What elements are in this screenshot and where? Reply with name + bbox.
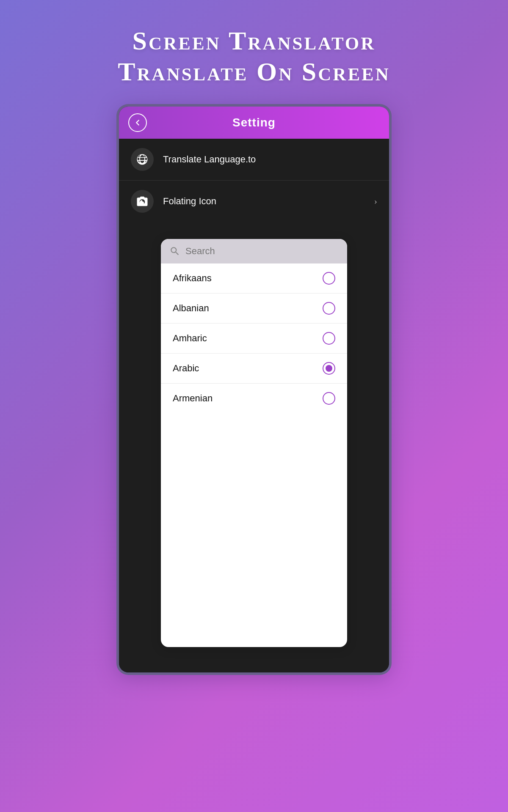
floating-icon-label: Folating Icon (163, 196, 374, 207)
language-name-albanian: Albanian (173, 303, 209, 314)
translate-language-label: Translate Language.to (163, 154, 377, 165)
search-input[interactable] (185, 246, 339, 257)
language-item-afrikaans[interactable]: Afrikaans (161, 263, 347, 294)
camera-icon-wrap (131, 190, 154, 213)
radio-arabic[interactable] (323, 362, 335, 375)
chevron-right-icon: › (374, 196, 377, 207)
setting-item-floating-icon[interactable]: Folating Icon › (119, 181, 389, 222)
language-name-amharic: Amharic (173, 333, 207, 344)
language-name-armenian: Armenian (173, 393, 213, 404)
topbar-title: Setting (232, 116, 276, 129)
search-bar (161, 239, 347, 263)
globe-icon-wrap (131, 148, 154, 171)
setting-item-translate-language[interactable]: Translate Language.to (119, 139, 389, 181)
back-button[interactable] (128, 113, 147, 132)
camera-icon (136, 195, 149, 208)
language-name-afrikaans: Afrikaans (173, 273, 212, 284)
language-item-albanian[interactable]: Albanian (161, 294, 347, 324)
top-bar: Setting (119, 107, 389, 139)
search-icon (169, 246, 180, 257)
app-title-line2: Translate On Screen (118, 56, 390, 87)
dropdown-container: Afrikaans Albanian Amharic Arabic (119, 222, 389, 672)
settings-list: Translate Language.to Folating Icon › (119, 139, 389, 222)
language-name-arabic: Arabic (173, 363, 199, 374)
language-item-amharic[interactable]: Amharic (161, 324, 347, 354)
radio-albanian[interactable] (323, 302, 335, 315)
language-item-armenian[interactable]: Armenian (161, 384, 347, 413)
radio-amharic[interactable] (323, 332, 335, 345)
phone-frame: Setting Translate Language.to Folating I… (116, 104, 392, 675)
radio-afrikaans[interactable] (323, 272, 335, 285)
app-title-line1: Screen Translator (118, 25, 390, 56)
radio-armenian[interactable] (323, 392, 335, 405)
language-list: Afrikaans Albanian Amharic Arabic (161, 263, 347, 413)
globe-icon (136, 153, 149, 166)
language-item-arabic[interactable]: Arabic (161, 354, 347, 384)
language-dropdown-panel: Afrikaans Albanian Amharic Arabic (161, 239, 347, 647)
app-title: Screen Translator Translate On Screen (118, 25, 390, 87)
